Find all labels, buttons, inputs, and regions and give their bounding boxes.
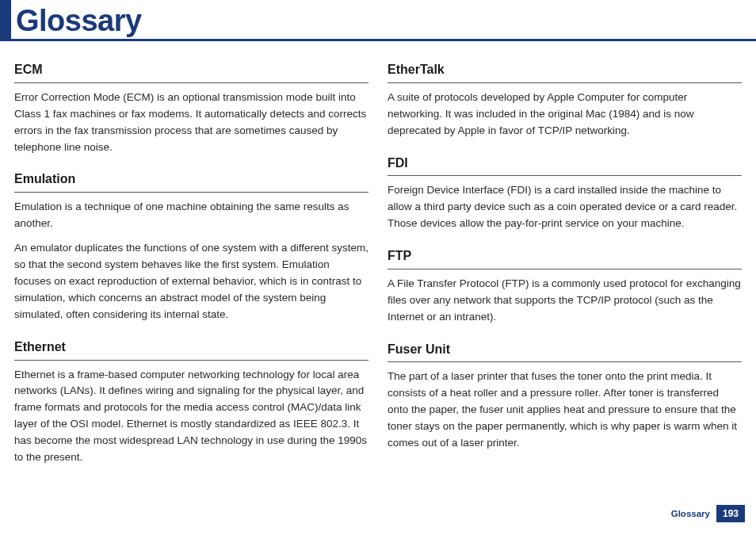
glossary-definition: Error Correction Mode (ECM) is an option… xyxy=(14,90,368,156)
glossary-term: EtherTalk xyxy=(388,60,742,83)
glossary-paragraph: An emulator duplicates the functions of … xyxy=(14,240,368,323)
glossary-term: FTP xyxy=(388,246,742,269)
glossary-entry: EtherTalkA suite of protocols developed … xyxy=(388,60,742,139)
glossary-paragraph: A File Transfer Protocol (FTP) is a comm… xyxy=(388,276,742,326)
glossary-entry: EthernetEthernet is a frame-based comput… xyxy=(14,338,368,466)
glossary-entry: FTPA File Transfer Protocol (FTP) is a c… xyxy=(388,246,742,326)
glossary-entry: FDIForeign Device Interface (FDI) is a c… xyxy=(388,154,742,233)
glossary-paragraph: A suite of protocols developed by Apple … xyxy=(388,90,742,139)
left-column: ECMError Correction Mode (ECM) is an opt… xyxy=(14,60,368,480)
glossary-paragraph: Foreign Device Interface (FDI) is a card… xyxy=(388,182,742,232)
glossary-entry: Fuser UnitThe part of a laser printer th… xyxy=(388,340,742,452)
glossary-paragraph: Ethernet is a frame-based computer netwo… xyxy=(14,367,368,467)
title-accent-bar xyxy=(0,0,11,39)
glossary-entry: ECMError Correction Mode (ECM) is an opt… xyxy=(14,60,368,155)
glossary-paragraph: Emulation is a technique of one machine … xyxy=(14,199,368,232)
title-row: Glossary xyxy=(0,0,756,41)
glossary-definition: Ethernet is a frame-based computer netwo… xyxy=(14,367,368,467)
glossary-definition: A File Transfer Protocol (FTP) is a comm… xyxy=(388,276,742,326)
glossary-paragraph: Error Correction Mode (ECM) is an option… xyxy=(14,90,368,156)
content-columns: ECMError Correction Mode (ECM) is an opt… xyxy=(0,60,756,480)
glossary-term: Ethernet xyxy=(14,338,368,361)
page-title: Glossary xyxy=(16,6,142,39)
glossary-term: FDI xyxy=(388,154,742,177)
glossary-term: Fuser Unit xyxy=(388,340,742,363)
glossary-paragraph: The part of a laser printer that fuses t… xyxy=(388,369,742,452)
footer-section-label: Glossary xyxy=(671,509,710,518)
glossary-term: ECM xyxy=(14,60,368,83)
glossary-definition: Foreign Device Interface (FDI) is a card… xyxy=(388,182,742,232)
page-number: 193 xyxy=(716,505,745,522)
glossary-definition: The part of a laser printer that fuses t… xyxy=(388,369,742,452)
page-footer: Glossary 193 xyxy=(671,505,745,522)
glossary-definition: A suite of protocols developed by Apple … xyxy=(388,90,742,139)
glossary-definition: Emulation is a technique of one machine … xyxy=(14,199,368,323)
right-column: EtherTalkA suite of protocols developed … xyxy=(388,60,742,480)
glossary-entry: EmulationEmulation is a technique of one… xyxy=(14,170,368,323)
glossary-term: Emulation xyxy=(14,170,368,193)
